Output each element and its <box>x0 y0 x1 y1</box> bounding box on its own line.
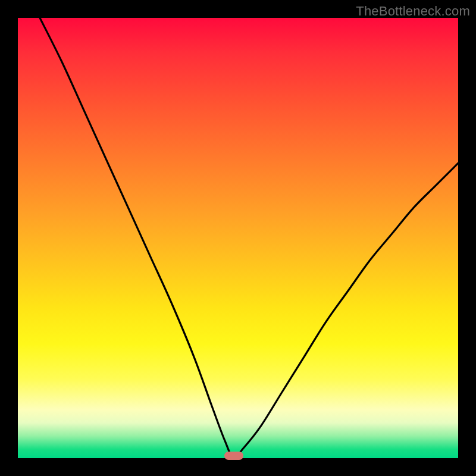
watermark-text: TheBottleneck.com <box>356 4 470 19</box>
curve-path <box>40 18 458 459</box>
optimum-marker <box>224 452 243 460</box>
chart-frame: TheBottleneck.com <box>0 0 476 476</box>
bottleneck-curve <box>18 18 458 458</box>
plot-area <box>18 18 458 458</box>
